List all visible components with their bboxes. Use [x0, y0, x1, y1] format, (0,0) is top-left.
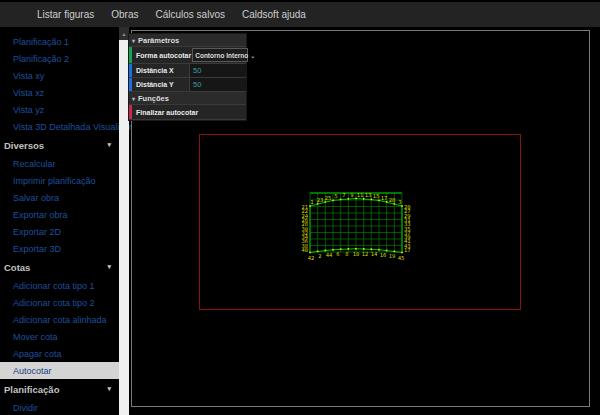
topbar-menu: Listar figurasObrasCálculos salvosCaldso… — [0, 2, 600, 27]
svg-text:3: 3 — [398, 199, 401, 205]
svg-text:6: 6 — [336, 251, 339, 257]
param-accent-bar — [129, 105, 132, 119]
sidebar-item-dividir[interactable]: Dividir — [0, 399, 119, 415]
sidebar-item-vista-xy[interactable]: Vista xy — [0, 67, 119, 84]
functions-title: Funções — [138, 94, 169, 103]
menu-calculos-salvos[interactable]: Cálculos salvos — [155, 9, 224, 20]
param-accent-bar — [129, 64, 132, 77]
menu-listar-figuras[interactable]: Listar figuras — [37, 9, 94, 20]
svg-text:12: 12 — [362, 251, 369, 257]
planification-figure: 1232557911131517283422446810121416194521… — [292, 186, 422, 271]
application-window: Listar figurasObrasCálculos salvosCaldso… — [0, 0, 600, 415]
svg-text:19: 19 — [389, 253, 396, 259]
svg-text:9: 9 — [350, 192, 353, 198]
parameters-section-header[interactable]: ▾ Parâmetros — [129, 34, 246, 47]
distancia-x-input[interactable]: 50 — [189, 64, 246, 77]
scroll-up-icon: ▲ — [122, 31, 127, 37]
sidebar-section-cotas[interactable]: Cotas▾ — [0, 257, 119, 277]
param-row-forma-autocotar: Forma autocotar Contorno Interno ⌄ — [129, 47, 246, 64]
menu-caldsoft-ajuda[interactable]: Caldsoft ajuda — [242, 9, 306, 20]
forma-autocotar-dropdown[interactable]: Contorno Interno ⌄ — [192, 48, 248, 62]
param-label: Forma autocotar — [136, 52, 191, 59]
parameters-panel: ▾ Parâmetros Forma autocotar Contorno In… — [128, 33, 247, 121]
sidebar-item-imprimir-planificacao[interactable]: Imprimir planificação — [0, 172, 119, 189]
sidebar-item-apagar-cota[interactable]: Apagar cota — [0, 345, 119, 362]
sidebar-item-vista-yz[interactable]: Vista yz — [0, 101, 119, 118]
sidebar-list: Planificação 1Planificação 2Vista xyVist… — [0, 27, 131, 415]
svg-text:14: 14 — [371, 251, 378, 257]
svg-text:17: 17 — [404, 247, 411, 253]
sidebar-section-diversos[interactable]: Diversos▾ — [0, 135, 119, 155]
sidebar-item-exportar-2d[interactable]: Exportar 2D — [0, 223, 119, 240]
param-accent-bar — [129, 78, 132, 91]
sidebar-item-salvar-obra[interactable]: Salvar obra — [0, 189, 119, 206]
svg-text:42: 42 — [308, 255, 315, 261]
param-label: Distância X — [136, 67, 174, 74]
svg-text:25: 25 — [325, 195, 332, 201]
svg-text:28: 28 — [389, 197, 396, 203]
param-row-distancia-x: Distância X 50 — [129, 64, 246, 78]
functions-section-header[interactable]: ▾ Funções — [129, 92, 246, 105]
svg-text:11: 11 — [357, 192, 364, 198]
collapse-caret-icon: ▾ — [132, 37, 135, 44]
svg-text:23: 23 — [317, 197, 324, 203]
sidebar-item-vista-3d-detalhada-visualizar[interactable]: Vista 3D Detalhada Visualizar — [0, 118, 119, 135]
sidebar-section-planificacao[interactable]: Planificação▾ — [0, 379, 119, 399]
sidebar-item-adicionar-cota-tipo-2[interactable]: Adicionar cota tipo 2 — [0, 294, 119, 311]
sidebar-item-exportar-obra[interactable]: Exportar obra — [0, 206, 119, 223]
sidebar-item-adicionar-cota-tipo-1[interactable]: Adicionar cota tipo 1 — [0, 277, 119, 294]
param-accent-bar — [129, 47, 132, 63]
svg-text:8: 8 — [345, 251, 348, 257]
parameters-title: Parâmetros — [138, 36, 179, 45]
collapse-caret-icon: ▾ — [132, 95, 135, 102]
distancia-y-input[interactable]: 50 — [189, 78, 246, 91]
svg-text:17: 17 — [381, 195, 388, 201]
sidebar-item-recalcular[interactable]: Recalcular — [0, 155, 119, 172]
svg-text:16: 16 — [380, 252, 387, 258]
svg-text:7: 7 — [342, 192, 345, 198]
param-label: Distância Y — [136, 81, 174, 88]
svg-text:1: 1 — [310, 199, 313, 205]
section-title: Cotas — [4, 262, 30, 273]
finalizar-autocotar-button[interactable]: Finalizar autocotar — [129, 105, 246, 120]
section-title: Planificação — [4, 384, 59, 395]
chevron-down-icon: ⌄ — [250, 52, 255, 59]
menu-obras[interactable]: Obras — [111, 9, 138, 20]
sidebar-item-autocotar[interactable]: Autocotar — [0, 362, 119, 379]
chevron-down-icon: ▾ — [107, 263, 111, 271]
sidebar-item-exportar-3d[interactable]: Exportar 3D — [0, 240, 119, 257]
sidebar-item-vista-xz[interactable]: Vista xz — [0, 84, 119, 101]
svg-text:10: 10 — [353, 251, 360, 257]
svg-text:5: 5 — [334, 193, 337, 199]
sidebar-item-adicionar-cota-alinhada[interactable]: Adicionar cota alinhada — [0, 311, 119, 328]
param-label: Finalizar autocotar — [136, 109, 198, 116]
sidebar-item-planificacao-2[interactable]: Planificação 2 — [0, 50, 119, 67]
svg-text:2: 2 — [318, 253, 321, 259]
svg-text:45: 45 — [398, 255, 405, 261]
svg-text:13: 13 — [365, 192, 372, 198]
section-title: Diversos — [4, 140, 44, 151]
chevron-down-icon: ▾ — [107, 141, 111, 149]
param-row-distancia-y: Distância Y 50 — [129, 78, 246, 92]
sidebar-item-planificacao-1[interactable]: Planificação 1 — [0, 33, 119, 50]
dropdown-selected-value: Contorno Interno — [195, 52, 248, 59]
svg-text:40: 40 — [301, 247, 308, 253]
sidebar: Planificação 1Planificação 2Vista xyVist… — [0, 27, 131, 415]
svg-text:44: 44 — [326, 252, 333, 258]
sidebar-item-mover-cota[interactable]: Mover cota — [0, 328, 119, 345]
chevron-down-icon: ▾ — [107, 385, 111, 393]
svg-text:15: 15 — [373, 193, 380, 199]
